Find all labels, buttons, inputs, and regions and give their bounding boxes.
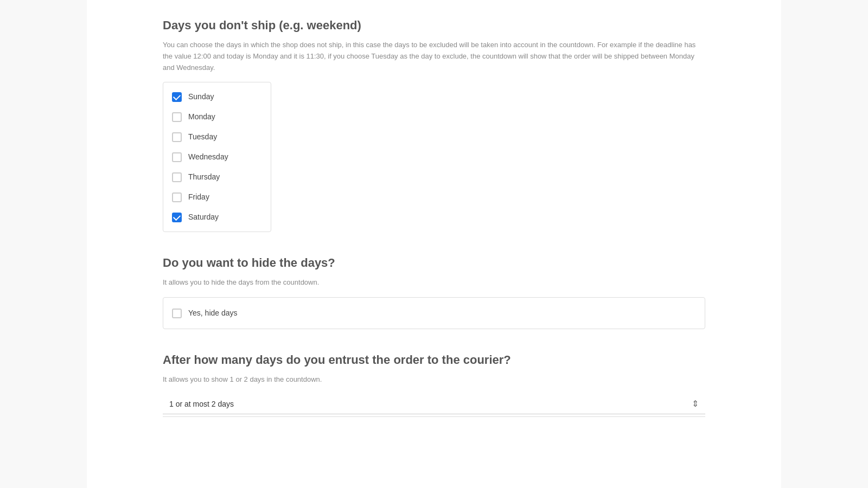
tuesday-label: Tuesday — [188, 131, 217, 143]
wednesday-label: Wednesday — [188, 151, 228, 163]
hide-days-title: Do you want to hide the days? — [163, 254, 705, 272]
sunday-checkbox[interactable] — [172, 92, 182, 102]
courier-days-select[interactable]: 1 or at most 2 days 1 day 2 days — [163, 394, 705, 414]
saturday-label: Saturday — [188, 211, 219, 223]
select-divider — [163, 416, 705, 417]
checkbox-friday[interactable]: Friday — [163, 187, 271, 207]
saturday-checkbox[interactable] — [172, 213, 182, 222]
monday-checkbox[interactable] — [172, 112, 182, 122]
thursday-label: Thursday — [188, 171, 220, 183]
hide-days-description: It allows you to hide the days from the … — [163, 277, 705, 288]
courier-days-section: After how many days do you entrust the o… — [163, 351, 705, 417]
hide-days-label: Yes, hide days — [188, 307, 238, 319]
sunday-label: Sunday — [188, 91, 214, 102]
thursday-checkbox[interactable] — [172, 172, 182, 182]
checkbox-monday[interactable]: Monday — [163, 107, 271, 127]
courier-days-description: It allows you to show 1 or 2 days in the… — [163, 374, 705, 386]
checkbox-thursday[interactable]: Thursday — [163, 167, 271, 187]
page-container: Days you don't ship (e.g. weekend) You c… — [87, 0, 781, 488]
checkbox-tuesday[interactable]: Tuesday — [163, 127, 271, 147]
courier-days-title: After how many days do you entrust the o… — [163, 351, 705, 369]
checkbox-saturday[interactable]: Saturday — [163, 207, 271, 227]
courier-days-select-wrapper: 1 or at most 2 days 1 day 2 days ⇕ — [163, 394, 705, 414]
days-checkbox-group: Sunday Monday Tuesday Wednesday Thursday… — [163, 82, 271, 232]
checkbox-sunday[interactable]: Sunday — [163, 87, 271, 107]
friday-label: Friday — [188, 191, 209, 203]
hide-days-section: Do you want to hide the days? It allows … — [163, 254, 705, 329]
no-ship-days-section: Days you don't ship (e.g. weekend) You c… — [163, 16, 705, 232]
no-ship-days-description: You can choose the days in which the sho… — [163, 40, 705, 73]
friday-checkbox[interactable] — [172, 192, 182, 202]
checkbox-wednesday[interactable]: Wednesday — [163, 147, 271, 167]
wednesday-checkbox[interactable] — [172, 152, 182, 162]
checkbox-hide-days[interactable]: Yes, hide days — [163, 302, 705, 324]
monday-label: Monday — [188, 111, 215, 123]
hide-days-checkbox-group: Yes, hide days — [163, 297, 705, 329]
no-ship-days-title: Days you don't ship (e.g. weekend) — [163, 16, 705, 34]
hide-days-checkbox[interactable] — [172, 309, 182, 318]
tuesday-checkbox[interactable] — [172, 132, 182, 142]
